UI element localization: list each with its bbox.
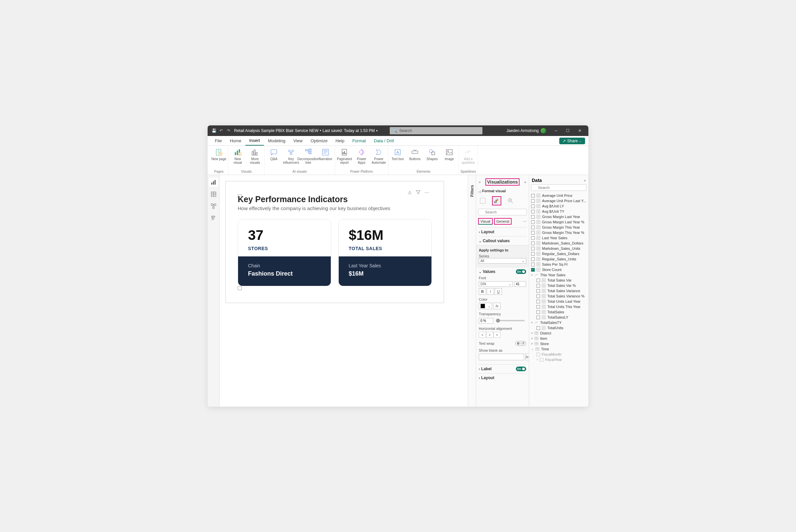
checkbox[interactable]	[531, 258, 535, 261]
visual-selection[interactable]: ⚠ ⋯ Key Performance Indicators How effec…	[225, 181, 444, 303]
field-total-sales-variance-[interactable]: Total Sales Variance %	[530, 293, 587, 299]
ribbon-new-page[interactable]: New page	[211, 147, 227, 161]
checkbox[interactable]	[540, 358, 543, 362]
underline-button[interactable]: U	[495, 288, 502, 295]
field-average-unit-price[interactable]: Average Unit Price	[530, 193, 587, 198]
ribbon-power-automate[interactable]: Power Automate	[371, 147, 387, 165]
checkbox[interactable]	[537, 279, 540, 282]
data-search-input[interactable]	[531, 184, 586, 191]
field-gross-margin-this-year-[interactable]: Gross Margin This Year %	[530, 230, 587, 235]
field-last-year-sales[interactable]: Last Year Sales	[530, 235, 587, 241]
checkbox[interactable]	[537, 310, 540, 314]
ribbon-image[interactable]: Image	[441, 147, 457, 161]
ribbon-power-apps[interactable]: Power Apps	[354, 147, 369, 165]
field-markdown_sales_dollars[interactable]: Markdown_Sales_Dollars	[530, 241, 587, 246]
general-subtab[interactable]: General	[494, 218, 511, 225]
checkbox[interactable]	[531, 252, 535, 256]
align-center-button[interactable]: ≡	[486, 332, 493, 338]
ribbon-buttons[interactable]: Buttons	[407, 147, 423, 161]
undo-icon[interactable]: ↶	[218, 127, 225, 134]
checkbox[interactable]	[531, 215, 535, 219]
ribbon-q-a[interactable]: Q&A	[266, 147, 282, 161]
format-search[interactable]	[478, 209, 527, 215]
menu-item-modeling[interactable]: Modeling	[264, 136, 289, 146]
color-picker[interactable]: ⌄	[479, 303, 492, 309]
redo-icon[interactable]: ↷	[225, 127, 232, 134]
label-section[interactable]: ›Label On	[479, 366, 526, 371]
field-totalsalesly[interactable]: TotalSalesLY	[530, 315, 587, 320]
checkbox[interactable]	[537, 300, 540, 303]
field-time[interactable]: ⌄Time	[530, 346, 587, 352]
field-district[interactable]: >District	[530, 330, 587, 336]
field-markdown_sales_units[interactable]: Markdown_Sales_Units	[530, 246, 587, 251]
field-average-unit-price-last-y-[interactable]: Average Unit Price Last Y...	[530, 198, 587, 204]
ribbon-more-visuals[interactable]: More visuals	[247, 147, 263, 165]
field-store-count[interactable]: Store Count	[530, 267, 587, 272]
report-view-icon[interactable]	[209, 178, 218, 187]
analytics-tab[interactable]	[506, 196, 515, 206]
checkbox[interactable]	[531, 220, 535, 224]
field-total-units-last-year[interactable]: Total Units Last Year	[530, 299, 587, 304]
field-store[interactable]: >Store	[530, 341, 587, 346]
save-icon[interactable]: 💾	[210, 127, 218, 134]
collapse-viz-icon[interactable]: «	[479, 180, 481, 184]
filter-icon[interactable]	[416, 190, 420, 195]
textwrap-toggle[interactable]: Off	[515, 341, 526, 346]
field-total-units-this-year[interactable]: Total Units This Year	[530, 304, 587, 309]
checkbox[interactable]	[531, 242, 535, 245]
menu-item-data-drill[interactable]: Data / Drill	[370, 136, 398, 146]
more-icon[interactable]: ⋯	[424, 190, 429, 195]
menu-item-home[interactable]: Home	[226, 136, 246, 146]
field-sales-per-sq-ft[interactable]: Sales Per Sq Ft	[530, 262, 587, 267]
field-avg-unit-ty[interactable]: Avg $/Unit TY	[530, 209, 587, 214]
format-search-input[interactable]	[478, 209, 527, 215]
checkbox[interactable]	[531, 205, 535, 208]
values-toggle[interactable]: On	[516, 269, 526, 274]
ribbon-shapes[interactable]: Shapes	[424, 147, 440, 161]
filters-panel-collapsed[interactable]: Filters	[468, 175, 476, 406]
field-gross-margin-this-year[interactable]: Gross Margin This Year	[530, 225, 587, 230]
checkbox[interactable]	[531, 226, 535, 229]
user-account[interactable]: Jaeden Armstrong	[507, 128, 546, 133]
field-avg-unit-ly[interactable]: Avg $/Unit LY	[530, 204, 587, 209]
ribbon-decomposition-tree[interactable]: Decomposition tree	[300, 147, 316, 165]
checkbox[interactable]	[537, 353, 540, 356]
checkbox[interactable]	[537, 284, 540, 287]
field-totalsalesty[interactable]: >TotalSalesTY	[530, 320, 587, 325]
field-totalsales[interactable]: TotalSales	[530, 309, 587, 315]
checkbox[interactable]	[537, 316, 540, 319]
expand-viz-icon[interactable]: »	[524, 180, 526, 184]
italic-button[interactable]: I	[487, 288, 494, 295]
field-total-sales-var-[interactable]: Total Sales Var %	[530, 283, 587, 288]
font-size-input[interactable]	[514, 281, 526, 287]
dax-view-icon[interactable]	[209, 213, 218, 223]
checkbox[interactable]	[531, 236, 535, 240]
visual-subtab[interactable]: Visual	[478, 218, 493, 225]
showblank-fx-button[interactable]: fx	[525, 354, 529, 360]
checkbox[interactable]	[531, 231, 535, 234]
transparency-input[interactable]	[479, 318, 493, 324]
field-fiscalyear[interactable]: >FiscalYear	[530, 357, 587, 362]
align-left-button[interactable]: ≡	[479, 332, 486, 338]
checkbox[interactable]	[537, 326, 540, 330]
field-regular_sales_dollars[interactable]: Regular_Sales_Dollars	[530, 251, 587, 256]
checkbox[interactable]	[537, 294, 540, 298]
layout2-section[interactable]: ›Layout	[479, 376, 526, 380]
close-button[interactable]: ✕	[574, 126, 586, 135]
menu-item-view[interactable]: View	[289, 136, 307, 146]
checkbox[interactable]	[531, 263, 535, 266]
checkbox[interactable]	[531, 268, 535, 272]
build-visual-tab[interactable]	[478, 196, 487, 206]
checkbox[interactable]	[531, 199, 535, 203]
minimize-button[interactable]: ─	[550, 126, 562, 135]
menu-item-optimize[interactable]: Optimize	[307, 136, 331, 146]
showblank-input[interactable]	[479, 354, 524, 360]
global-search[interactable]: 🔍Search	[390, 127, 483, 134]
checkbox[interactable]	[531, 210, 535, 213]
label-toggle[interactable]: On	[516, 366, 526, 371]
kpi-card-1[interactable]: $16M TOTAL SALES Last Year Sales $16M	[338, 219, 432, 286]
field-total-sales-variance[interactable]: Total Sales Variance	[530, 288, 587, 293]
layout-section[interactable]: ›Layout	[479, 230, 526, 234]
ribbon-key-influencers[interactable]: Key influencers	[283, 147, 299, 165]
callout-section[interactable]: ⌄Callout values	[479, 239, 526, 243]
